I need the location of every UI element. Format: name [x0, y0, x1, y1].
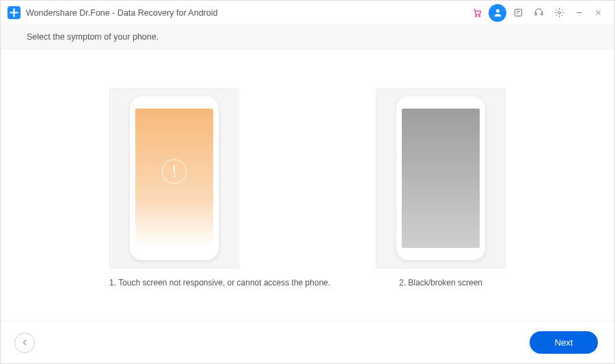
back-button[interactable] — [14, 333, 35, 353]
option-touch-not-responsive[interactable]: 1. Touch screen not responsive, or canno… — [109, 88, 239, 288]
option-label: 2. Black/broken screen — [376, 278, 506, 288]
exclamation-icon — [162, 159, 187, 184]
close-button[interactable] — [588, 4, 607, 22]
settings-icon[interactable] — [550, 4, 568, 22]
minimize-button[interactable] — [569, 4, 588, 22]
cart-icon[interactable] — [468, 4, 486, 22]
next-button[interactable]: Next — [530, 331, 598, 354]
svg-rect-8 — [174, 165, 175, 173]
svg-point-2 — [496, 10, 500, 13]
feedback-icon[interactable] — [509, 4, 527, 22]
svg-rect-5 — [541, 13, 543, 16]
options-area: 1. Touch screen not responsive, or canno… — [1, 50, 614, 321]
svg-point-9 — [174, 176, 176, 178]
option-card — [109, 88, 239, 268]
svg-rect-4 — [534, 13, 536, 16]
footer-bar: Next — [1, 321, 614, 363]
phone-screen-gray — [402, 109, 480, 248]
svg-point-1 — [478, 16, 480, 17]
instruction-text: Select the symptom of your phone. — [1, 25, 614, 50]
phone-frame — [130, 96, 219, 260]
user-icon[interactable] — [489, 4, 506, 22]
app-logo — [8, 6, 20, 19]
option-label: 1. Touch screen not responsive, or canno… — [109, 278, 239, 288]
svg-point-0 — [475, 16, 476, 17]
option-card — [376, 88, 506, 268]
support-icon[interactable] — [530, 4, 547, 22]
option-black-broken-screen[interactable]: 2. Black/broken screen — [376, 88, 506, 288]
phone-screen-orange — [135, 109, 213, 248]
svg-point-6 — [558, 12, 560, 14]
svg-rect-3 — [515, 10, 521, 16]
phone-frame — [396, 96, 485, 260]
title-bar: Wondershare Dr.Fone - Data Recovery for … — [1, 1, 614, 25]
window-title: Wondershare Dr.Fone - Data Recovery for … — [26, 8, 217, 18]
